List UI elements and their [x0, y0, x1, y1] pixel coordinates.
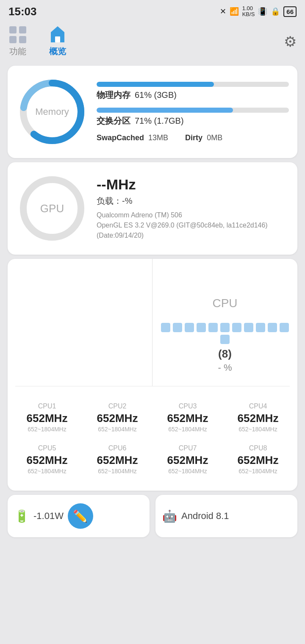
overview-icon	[48, 25, 67, 44]
cpu-core-name-4: CPU4	[249, 402, 267, 410]
cpu-core-5: CPU5 652MHz 652~1804MHz	[12, 439, 82, 480]
cpu-dots	[157, 323, 293, 344]
dirty-label: Dirty	[185, 133, 202, 142]
power-value: -1.01W	[33, 511, 64, 522]
swapcached-value: 13MB	[148, 133, 168, 142]
cpu-chart-left	[8, 259, 152, 386]
cpu-chart-area: CPU (8) - %	[8, 259, 297, 386]
cpu-cores-grid: CPU1 652MHz 652~1804MHz CPU2 652MHz 652~…	[8, 386, 297, 491]
cpu-chart-right: CPU (8) - %	[152, 259, 297, 386]
cpu-core-4: CPU4 652MHz 652~1804MHz	[223, 397, 293, 439]
cpu-core-range-1: 652~1804MHz	[28, 426, 66, 433]
gpu-info: Qualcomm Adreno (TM) 506 OpenGL ES 3.2 V…	[97, 210, 289, 241]
physical-progress-bg	[97, 82, 289, 87]
cpu-dot-3	[185, 323, 194, 332]
gpu-card: GPU --MHz 负载：-% Qualcomm Adreno (TM) 506…	[8, 162, 297, 255]
power-card: 🔋 -1.01W ✏️	[8, 495, 150, 537]
gpu-load-value: -%	[122, 196, 132, 205]
status-icons: ✕ 📶 1.00KB/S 📳 🔒 66	[220, 6, 297, 18]
cpu-core-freq-3: 652MHz	[167, 412, 208, 425]
swap-value: 71% (1.7GB)	[135, 116, 184, 126]
lock-icon: 🔒	[271, 7, 280, 16]
cpu-core-freq-1: 652MHz	[27, 412, 68, 425]
nav-item-overview[interactable]: 概览	[48, 25, 67, 57]
cpu-card: CPU (8) - % CPU1 652MHz 652~180	[8, 259, 297, 491]
fab-button[interactable]: ✏️	[68, 503, 93, 529]
cpu-core-range-4: 652~1804MHz	[238, 426, 277, 433]
memory-donut-label: Memory	[35, 106, 69, 117]
svg-rect-2	[9, 36, 17, 43]
cpu-dot-9	[256, 323, 265, 332]
nav-label-functions: 功能	[9, 46, 26, 57]
cpu-core-name-3: CPU3	[179, 402, 197, 410]
cpu-core-range-2: 652~1804MHz	[98, 426, 136, 433]
physical-value: 61% (3GB)	[135, 90, 177, 100]
cpu-dot-5	[208, 323, 218, 332]
cpu-core-freq-5: 652MHz	[27, 454, 68, 467]
gpu-circle-label: GPU	[40, 202, 64, 215]
swap-memory-stat: 交换分区 71% (1.7GB)	[97, 108, 289, 127]
memory-stats: 物理内存 61% (3GB) 交换分区 71% (1.7GB) SwapCach…	[97, 82, 289, 142]
wifi-icon: 📶	[230, 7, 239, 16]
gpu-info-1: Qualcomm Adreno (TM) 506	[97, 210, 289, 220]
cpu-core-name-5: CPU5	[38, 444, 56, 452]
cpu-dot-6	[220, 323, 230, 332]
gpu-info-2: OpenGL ES 3.2 V@269.0 (GIT@50c84eb, la11…	[97, 220, 289, 241]
memory-donut: Memory	[16, 76, 88, 148]
cpu-count: (8)	[218, 347, 232, 361]
memory-card: Memory 物理内存 61% (3GB) 交换分区 71% (1.7GB) S…	[8, 66, 297, 158]
cpu-core-7: CPU7 652MHz 652~1804MHz	[152, 439, 223, 480]
gpu-mhz: --MHz	[97, 176, 289, 193]
nav-label-overview: 概览	[49, 46, 66, 57]
swapcached-label: SwapCached	[97, 133, 144, 142]
cpu-core-1: CPU1 652MHz 652~1804MHz	[12, 397, 82, 439]
swap-progress-bg	[97, 108, 289, 113]
extra-memory-stats: SwapCached 13MB Dirty 0MB	[97, 133, 289, 142]
network-speed: 1.00KB/S	[242, 6, 255, 18]
gpu-stats: --MHz 负载：-% Qualcomm Adreno (TM) 506 Ope…	[97, 176, 289, 241]
functions-icon	[8, 25, 27, 44]
cpu-percent: - %	[218, 362, 232, 373]
cpu-core-name-8: CPU8	[249, 444, 267, 452]
cpu-core-range-6: 652~1804MHz	[98, 468, 136, 475]
cpu-core-freq-2: 652MHz	[97, 412, 138, 425]
svg-rect-3	[19, 36, 26, 43]
battery-icon: 🔋	[14, 509, 29, 523]
signal-icon: ✕	[220, 7, 226, 16]
cpu-core-range-3: 652~1804MHz	[168, 426, 207, 433]
nav-item-functions[interactable]: 功能	[8, 25, 27, 57]
status-time: 15:03	[8, 5, 37, 18]
cpu-dot-12	[220, 335, 230, 344]
cpu-core-range-7: 652~1804MHz	[168, 468, 207, 475]
vibrate-icon: 📳	[258, 7, 267, 16]
cpu-core-3: CPU3 652MHz 652~1804MHz	[152, 397, 223, 439]
physical-label: 物理内存	[97, 89, 130, 101]
svg-rect-0	[9, 26, 17, 33]
cpu-core-freq-7: 652MHz	[167, 454, 208, 467]
physical-memory-stat: 物理内存 61% (3GB)	[97, 82, 289, 101]
cpu-core-6: CPU6 652MHz 652~1804MHz	[82, 439, 152, 480]
dirty-stat: Dirty 0MB	[185, 133, 222, 142]
cpu-core-freq-8: 652MHz	[238, 454, 279, 467]
cpu-dot-2	[173, 323, 182, 332]
cpu-core-2: CPU2 652MHz 652~1804MHz	[82, 397, 152, 439]
gpu-circle: GPU	[16, 172, 88, 244]
cpu-core-freq-6: 652MHz	[97, 454, 138, 467]
swapcached-stat: SwapCached 13MB	[97, 133, 168, 142]
android-value: Android 8.1	[181, 511, 229, 522]
settings-button[interactable]: ⚙	[284, 33, 297, 50]
swap-progress-fill	[97, 108, 233, 113]
cpu-core-range-8: 652~1804MHz	[238, 468, 277, 475]
cpu-core-name-6: CPU6	[108, 444, 127, 452]
cpu-dot-8	[244, 323, 253, 332]
nav-bar: 功能 概览 ⚙	[0, 21, 305, 61]
cpu-dot-1	[161, 323, 170, 332]
gpu-load: 负载：-%	[97, 195, 289, 207]
cpu-core-range-5: 652~1804MHz	[28, 468, 66, 475]
dirty-value: 0MB	[207, 133, 222, 142]
svg-rect-1	[19, 26, 26, 33]
cpu-dot-10	[268, 323, 277, 332]
battery-indicator: 66	[283, 6, 297, 17]
cpu-dot-11	[280, 323, 289, 332]
gpu-load-label: 负载：	[97, 196, 122, 205]
